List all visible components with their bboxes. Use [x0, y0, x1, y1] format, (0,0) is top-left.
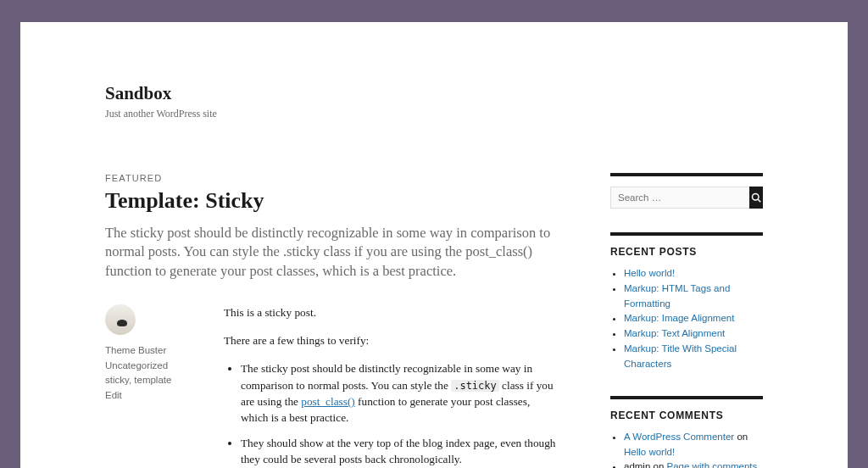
recent-post-link[interactable]: Hello world! [624, 268, 675, 278]
site-tagline: Just another WordPress site [105, 108, 763, 120]
post-title[interactable]: Template: Sticky [105, 188, 559, 214]
search-widget [610, 173, 763, 209]
post-author[interactable]: Theme Buster [105, 343, 190, 359]
post-body: Theme Buster Uncategorized sticky, templ… [105, 304, 559, 468]
list-item: Markup: HTML Tags and Formatting [624, 281, 763, 312]
recent-posts-list: Hello world! Markup: HTML Tags and Forma… [610, 266, 763, 372]
recent-comments-widget: RECENT COMMENTS A WordPress Commenter on… [610, 396, 763, 468]
post-paragraph: This is a sticky post. [224, 304, 559, 320]
search-icon [751, 192, 761, 203]
recent-post-link[interactable]: Markup: Image Alignment [624, 313, 734, 323]
recent-post-link[interactable]: Markup: HTML Tags and Formatting [624, 283, 730, 309]
featured-label: FEATURED [105, 173, 559, 183]
list-item: Markup: Title With Special Characters [624, 342, 763, 372]
search-form [610, 187, 763, 209]
post-content: This is a sticky post. There are a few t… [224, 304, 559, 468]
list-item: Hello world! [624, 266, 763, 281]
comment-post-link[interactable]: Page with comments [667, 461, 758, 468]
recent-comments-list: A WordPress Commenter on Hello world! ad… [610, 430, 763, 468]
post-tags[interactable]: sticky, template [105, 373, 190, 388]
widget-title: RECENT COMMENTS [610, 410, 763, 421]
svg-line-1 [758, 199, 760, 202]
on-text: on [654, 461, 665, 468]
widget-divider [610, 232, 763, 236]
post-paragraph: There are a few things to verify: [224, 332, 559, 348]
site-title[interactable]: Sandbox [105, 83, 763, 104]
list-item: A WordPress Commenter on Hello world! [624, 430, 763, 460]
content-area: FEATURED Template: Sticky The sticky pos… [105, 173, 763, 468]
code-tag: .sticky [451, 380, 499, 392]
post-excerpt: The sticky post should be distinctly rec… [105, 224, 559, 281]
comment-author: admin [624, 461, 650, 468]
widget-divider [610, 173, 763, 176]
post-class-link[interactable]: post_class() [301, 395, 355, 408]
svg-point-0 [753, 194, 760, 201]
widget-divider [610, 396, 763, 399]
recent-post-link[interactable]: Markup: Text Alignment [624, 328, 725, 338]
post-edit-link[interactable]: Edit [105, 388, 190, 404]
list-item: Markup: Text Alignment [624, 326, 763, 342]
search-button[interactable] [749, 187, 763, 209]
recent-posts-widget: RECENT POSTS Hello world! Markup: HTML T… [610, 232, 763, 372]
on-text: on [737, 432, 748, 442]
list-item: Markup: Image Alignment [624, 311, 763, 326]
recent-post-link[interactable]: Markup: Title With Special Characters [624, 343, 737, 369]
author-avatar[interactable] [105, 304, 136, 335]
post-meta: Theme Buster Uncategorized sticky, templ… [105, 304, 190, 468]
list-item: admin on Page with comments [624, 460, 763, 468]
sidebar: RECENT POSTS Hello world! Markup: HTML T… [610, 173, 763, 468]
list-item: The sticky post should be distinctly rec… [241, 360, 559, 426]
comment-post-link[interactable]: Hello world! [624, 447, 675, 457]
search-input[interactable] [610, 187, 749, 209]
main-column: FEATURED Template: Sticky The sticky pos… [105, 173, 559, 468]
page-container: Sandbox Just another WordPress site FEAT… [20, 22, 848, 468]
post-list: The sticky post should be distinctly rec… [224, 360, 559, 467]
widget-title: RECENT POSTS [610, 246, 763, 258]
list-item: They should show at the very top of the … [241, 435, 559, 468]
comment-author-link[interactable]: A WordPress Commenter [624, 432, 734, 442]
site-header: Sandbox Just another WordPress site [105, 83, 763, 120]
post-category[interactable]: Uncategorized [105, 359, 190, 374]
